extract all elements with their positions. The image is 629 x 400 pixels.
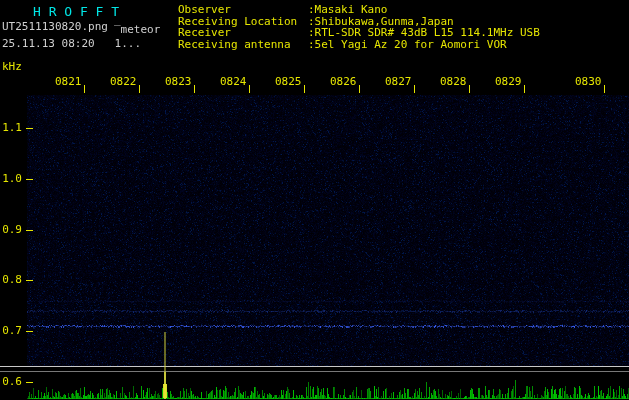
- spectrogram-canvas: [0, 0, 629, 400]
- freq-tick-label: 1.1: [0, 122, 22, 133]
- info-label: Receiving antenna: [178, 39, 308, 51]
- hrofft-window: H R O F F T UT2511130820.png ‾meteor 25.…: [0, 0, 629, 400]
- output-filename: UT2511130820.png: [2, 21, 108, 32]
- datetime-line: 25.11.13 08:20 1...: [2, 38, 141, 49]
- time-tick-label: 0827: [385, 76, 412, 87]
- app-title: H R O F F T: [33, 5, 119, 18]
- info-label: Observer: [178, 4, 308, 16]
- station-info-table: Observer:Masaki KanoReceiving Location:S…: [178, 4, 540, 50]
- freq-tick-label: 0.9: [0, 224, 22, 235]
- freq-tick-label: 0.8: [0, 274, 22, 285]
- time-tick-label: 0823: [165, 76, 192, 87]
- mode-label: ‾meteor: [114, 24, 160, 35]
- time-tick-label: 0829: [495, 76, 522, 87]
- time-tick-label: 0825: [275, 76, 302, 87]
- time-tick-label: 0828: [440, 76, 467, 87]
- info-row: Receiving antenna:5el Yagi Az 20 for Aom…: [178, 39, 540, 51]
- time-tick-label: 0824: [220, 76, 247, 87]
- freq-tick-label: 0.7: [0, 325, 22, 336]
- time-tick-label: 0830: [575, 76, 602, 87]
- time-tick-label: 0826: [330, 76, 357, 87]
- y-axis-unit-label: kHz: [2, 61, 22, 72]
- freq-tick-label: 1.0: [0, 173, 22, 184]
- time-tick-label: 0822: [110, 76, 137, 87]
- info-value: :5el Yagi Az 20 for Aomori VOR: [308, 38, 507, 51]
- time-tick-label: 0821: [55, 76, 82, 87]
- freq-tick-label: 0.6: [0, 376, 22, 387]
